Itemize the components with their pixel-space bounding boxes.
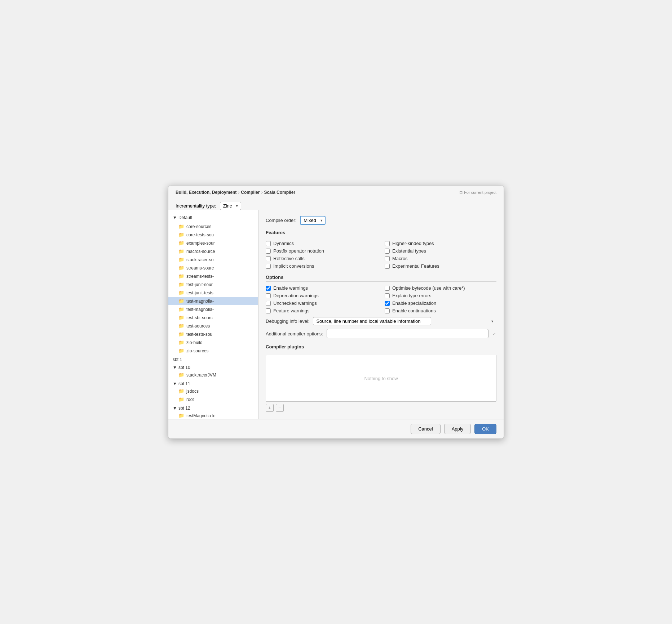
option-enable-warnings[interactable]: Enable warnings xyxy=(266,285,377,291)
optimise-checkbox[interactable] xyxy=(385,286,390,291)
sidebar-item-test-sources[interactable]: 📁 test-sources xyxy=(168,322,258,330)
sidebar-item-core-tests[interactable]: 📁 core-tests-sou xyxy=(168,231,258,239)
feature-existential[interactable]: Existential types xyxy=(385,248,496,254)
deprecation-label: Deprecation warnings xyxy=(273,293,319,298)
feature-experimental[interactable]: Experimental Features xyxy=(385,263,496,269)
folder-icon: 📁 xyxy=(178,224,184,229)
plugins-empty-text: Nothing to show xyxy=(364,376,398,381)
compile-order-label: Compile order: xyxy=(266,218,296,223)
sidebar-default-group[interactable]: ▼ Default xyxy=(168,213,258,222)
additional-row: Additional compiler options: ⤢ xyxy=(266,329,496,338)
folder-icon: 📁 xyxy=(178,298,184,304)
sidebar-item-test-junit-tests[interactable]: 📁 test-junit-tests xyxy=(168,289,258,297)
debugging-select-wrapper: Source, line number and local variable i… xyxy=(313,317,496,325)
specialization-label: Enable specialization xyxy=(392,300,436,306)
sidebar-item-test-magnolia1[interactable]: 📁 test-magnolia- xyxy=(168,297,258,305)
options-grid: Enable warnings Optimise bytecode (use w… xyxy=(266,285,496,313)
experimental-checkbox[interactable] xyxy=(385,264,390,269)
sidebar-sbt12-group[interactable]: ▼ sbt 12 xyxy=(168,404,258,411)
debugging-row: Debugging info level: Source, line numbe… xyxy=(266,317,496,325)
postfix-checkbox[interactable] xyxy=(266,249,271,254)
option-feature-warnings[interactable]: Feature warnings xyxy=(266,308,377,313)
option-deprecation[interactable]: Deprecation warnings xyxy=(266,293,377,298)
option-explain-type[interactable]: Explain type errors xyxy=(385,293,496,298)
ok-button[interactable]: OK xyxy=(474,424,496,434)
breadcrumb-part3: Scala Compiler xyxy=(264,190,295,195)
feature-macros[interactable]: Macros xyxy=(385,256,496,261)
folder-icon: 📁 xyxy=(178,240,184,246)
sbt11-arrow-icon: ▼ xyxy=(173,381,177,386)
incrementality-label: Incrementality type: xyxy=(176,203,216,209)
expand-icon[interactable]: ⤢ xyxy=(492,331,496,336)
option-specialization[interactable]: Enable specialization xyxy=(385,300,496,306)
sidebar-item-stacktracer[interactable]: 📁 stacktracer-so xyxy=(168,255,258,264)
sidebar-item-macros[interactable]: 📁 macros-source xyxy=(168,247,258,255)
options-title: Options xyxy=(266,275,496,282)
sidebar-item-zio-build[interactable]: 📁 zio-build xyxy=(168,338,258,347)
feature-reflective[interactable]: Reflective calls xyxy=(266,256,377,261)
additional-input[interactable] xyxy=(327,329,488,338)
plugins-remove-button[interactable]: − xyxy=(276,404,284,412)
breadcrumb: Build, Execution, Deployment › Compiler … xyxy=(176,190,295,195)
explain-type-checkbox[interactable] xyxy=(385,293,390,298)
sidebar-item-test-sbt[interactable]: 📁 test-sbt-sourc xyxy=(168,313,258,322)
sidebar-item-test-junit-sour[interactable]: 📁 test-junit-sour xyxy=(168,280,258,289)
specialization-checkbox[interactable] xyxy=(385,301,390,306)
breadcrumb-sep2: › xyxy=(261,190,262,195)
folder-icon: 📁 xyxy=(178,307,184,312)
sidebar-item-core-sources[interactable]: 📁 core-sources xyxy=(168,222,258,231)
incrementality-select-wrapper: Zinc xyxy=(220,202,241,210)
feature-dynamics[interactable]: Dynamics xyxy=(266,241,377,246)
sidebar-item-streams-tests[interactable]: 📁 streams-tests- xyxy=(168,272,258,280)
feature-postfix[interactable]: Postfix operator notation xyxy=(266,248,377,254)
sidebar-item-jsdocs[interactable]: 📁 jsdocs xyxy=(168,387,258,395)
features-grid: Dynamics Higher-kinded types Postfix ope… xyxy=(266,241,496,269)
reflective-checkbox[interactable] xyxy=(266,256,271,261)
option-continuations[interactable]: Enable continuations xyxy=(385,308,496,313)
debugging-select[interactable]: Source, line number and local variable i… xyxy=(313,317,431,325)
higher-kinded-checkbox[interactable] xyxy=(385,241,390,246)
debugging-label: Debugging info level: xyxy=(266,318,309,324)
folder-icon: 📁 xyxy=(178,388,184,394)
macros-checkbox[interactable] xyxy=(385,256,390,261)
sidebar-sbt1-label[interactable]: sbt 1 xyxy=(168,355,258,363)
existential-label: Existential types xyxy=(392,248,426,254)
sidebar-item-test-tests[interactable]: 📁 test-tests-sou xyxy=(168,330,258,338)
sidebar-sbt10-group[interactable]: ▼ sbt 10 xyxy=(168,363,258,371)
compile-order-row: Compile order: Mixed xyxy=(266,216,496,225)
sidebar-default-label: Default xyxy=(178,215,192,220)
implicit-checkbox[interactable] xyxy=(266,264,271,269)
folder-icon: 📁 xyxy=(178,348,184,353)
sidebar-item-streams-sources[interactable]: 📁 streams-sourc xyxy=(168,264,258,272)
sidebar-item-testmagnolia[interactable]: 📁 testMagnoliaTe xyxy=(168,411,258,419)
option-optimise[interactable]: Optimise bytecode (use with care*) xyxy=(385,285,496,291)
sidebar-sbt11-group[interactable]: ▼ sbt 11 xyxy=(168,379,258,387)
incrementality-select[interactable]: Zinc xyxy=(220,202,241,210)
folder-icon: 📁 xyxy=(178,413,184,418)
unchecked-checkbox[interactable] xyxy=(266,301,271,306)
apply-button[interactable]: Apply xyxy=(444,424,471,434)
existential-checkbox[interactable] xyxy=(385,249,390,254)
sidebar-item-root[interactable]: 📁 root xyxy=(168,395,258,404)
plugins-actions: + − xyxy=(266,404,496,412)
enable-warnings-label: Enable warnings xyxy=(273,285,308,291)
folder-icon: 📁 xyxy=(178,397,184,402)
folder-icon: 📁 xyxy=(178,265,184,271)
compile-order-select[interactable]: Mixed xyxy=(300,216,326,225)
sidebar-item-test-magnolia2[interactable]: 📁 test-magnolia- xyxy=(168,305,258,313)
feature-higher-kinded[interactable]: Higher-kinded types xyxy=(385,241,496,246)
deprecation-checkbox[interactable] xyxy=(266,293,271,298)
enable-warnings-checkbox[interactable] xyxy=(266,286,271,291)
feature-warnings-checkbox[interactable] xyxy=(266,308,271,313)
implicit-label: Implicit conversions xyxy=(273,263,314,269)
plugins-add-button[interactable]: + xyxy=(266,404,274,412)
sidebar-item-zio-sources[interactable]: 📁 zio-sources xyxy=(168,347,258,355)
dynamics-checkbox[interactable] xyxy=(266,241,271,246)
breadcrumb-part2: Compiler xyxy=(241,190,260,195)
feature-implicit[interactable]: Implicit conversions xyxy=(266,263,377,269)
option-unchecked[interactable]: Unchecked warnings xyxy=(266,300,377,306)
cancel-button[interactable]: Cancel xyxy=(411,424,440,434)
sidebar-item-stacktracerjvm[interactable]: 📁 stacktracerJVM xyxy=(168,371,258,379)
continuations-checkbox[interactable] xyxy=(385,308,390,313)
sidebar-item-examples[interactable]: 📁 examples-sour xyxy=(168,239,258,247)
